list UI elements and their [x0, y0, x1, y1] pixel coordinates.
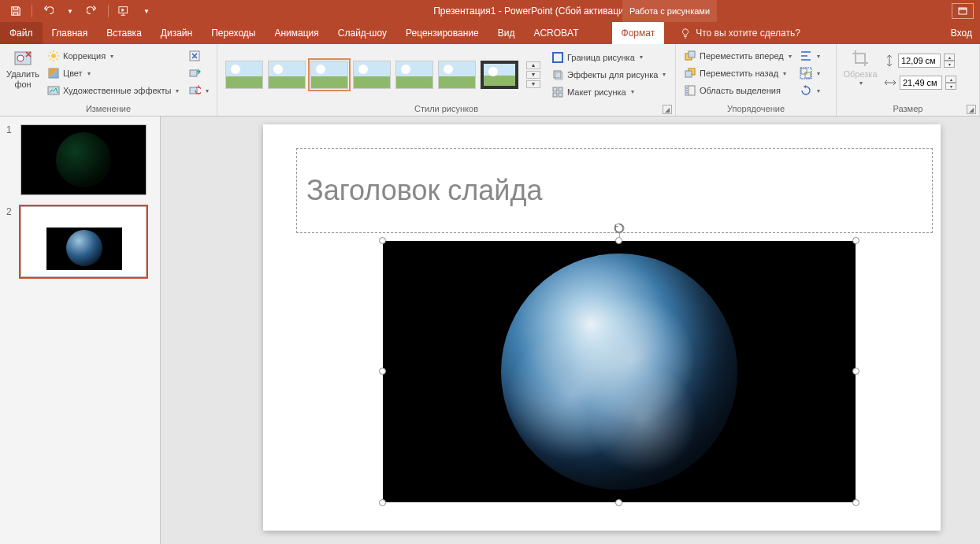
gallery-scroll-down[interactable]: ▾ — [526, 71, 540, 79]
undo-button[interactable] — [39, 2, 58, 20]
svg-rect-24 — [805, 72, 811, 78]
contextual-tab-group: Работа с рисунками — [622, 0, 717, 22]
remove-background-button[interactable]: Удалить фон — [5, 47, 41, 91]
group-label-size: Размер — [893, 104, 923, 113]
group-label-arrange: Упорядочение — [676, 102, 836, 116]
selected-picture[interactable] — [383, 241, 856, 502]
group-button[interactable]: ▾ — [796, 65, 823, 82]
save-button[interactable] — [6, 2, 25, 20]
style-thumb-6[interactable] — [438, 61, 476, 89]
tab-animations[interactable]: Анимация — [265, 22, 328, 44]
title-placeholder[interactable]: Заголовок слайда — [296, 148, 933, 233]
style-thumb-2[interactable] — [268, 61, 306, 89]
resize-handle-ne[interactable] — [852, 237, 859, 244]
rotate-button[interactable]: ▾ — [796, 82, 823, 99]
corrections-button[interactable]: Коррекция▾ — [44, 47, 182, 65]
resize-handle-sw[interactable] — [379, 499, 386, 506]
tab-insert[interactable]: Вставка — [97, 22, 151, 44]
rotation-handle[interactable] — [613, 222, 625, 235]
slide-thumbnail-1[interactable] — [20, 124, 147, 195]
svg-point-5 — [51, 54, 56, 58]
gallery-more[interactable]: ▾ — [526, 80, 540, 88]
crop-button[interactable]: Обрезка ▾ — [841, 47, 879, 89]
change-picture-button[interactable] — [185, 65, 212, 82]
svg-point-26 — [614, 224, 624, 233]
layout-icon — [551, 86, 564, 98]
start-from-beginning-button[interactable] — [115, 2, 134, 20]
picture-layout-button[interactable]: Макет рисунка▾ — [548, 83, 669, 101]
height-input[interactable] — [898, 54, 941, 68]
slide-number-1: 1 — [6, 124, 16, 195]
artistic-effects-button[interactable]: Художественные эффекты▾ — [44, 82, 182, 99]
gallery-scroll-up[interactable]: ▴ — [526, 61, 540, 69]
width-icon — [884, 77, 896, 88]
width-input[interactable] — [900, 76, 942, 90]
corrections-label: Коррекция — [63, 51, 106, 61]
resize-handle-e[interactable] — [852, 368, 859, 375]
tab-design[interactable]: Дизайн — [151, 22, 202, 44]
undo-dropdown[interactable]: ▼ — [61, 2, 80, 20]
tab-transitions[interactable]: Переходы — [202, 22, 265, 44]
tab-format[interactable]: Формат — [612, 22, 665, 44]
window-title: Презентация1 - PowerPoint (Сбой активаци… — [156, 6, 952, 17]
svg-rect-21 — [685, 71, 692, 77]
slide-editor[interactable]: Заголовок слайда — [161, 117, 980, 544]
style-thumb-7[interactable] — [481, 61, 518, 89]
selection-pane-label: Область выделения — [700, 86, 781, 95]
align-button[interactable]: ▾ — [796, 47, 823, 65]
redo-icon — [87, 6, 98, 17]
ribbon-display-options[interactable] — [952, 3, 974, 19]
svg-rect-7 — [48, 87, 59, 94]
height-icon — [884, 54, 895, 67]
style-thumb-1[interactable] — [225, 61, 263, 89]
forward-label: Переместить вперед — [700, 51, 784, 61]
send-backward-button[interactable]: Переместить назад▾ — [681, 65, 795, 82]
picture-border-button[interactable]: Граница рисунка▾ — [548, 49, 669, 66]
svg-rect-12 — [554, 71, 561, 78]
qat-customize[interactable]: ▼ — [137, 2, 156, 20]
selection-pane-icon — [684, 84, 696, 97]
tell-me-search[interactable]: Что вы хотите сделать? — [664, 22, 800, 44]
style-thumb-5[interactable] — [395, 61, 433, 89]
picture-effects-button[interactable]: Эффекты для рисунка▾ — [548, 66, 669, 83]
reset-picture-button[interactable]: ▾ — [185, 82, 212, 99]
color-button[interactable]: Цвет▾ — [44, 65, 182, 82]
resize-handle-nw[interactable] — [379, 237, 386, 244]
tab-acrobat[interactable]: ACROBAT — [524, 22, 588, 44]
lightbulb-icon — [680, 28, 691, 39]
ribbon-display-icon — [958, 7, 967, 15]
bring-forward-icon — [684, 50, 696, 62]
tab-home[interactable]: Главная — [43, 22, 98, 44]
selection-pane-button[interactable]: Область выделения — [681, 82, 795, 99]
signin-link[interactable]: Вход — [951, 28, 972, 39]
slide-thumbnails-pane[interactable]: 1 2 — [0, 117, 161, 544]
styles-launcher[interactable]: ◢ — [663, 105, 672, 114]
height-down[interactable]: ▾ — [944, 61, 955, 68]
compress-pictures-button[interactable] — [185, 47, 212, 65]
slide-canvas[interactable]: Заголовок слайда — [263, 124, 941, 531]
resize-handle-w[interactable] — [379, 368, 386, 375]
resize-handle-n[interactable] — [615, 237, 622, 244]
tab-review[interactable]: Рецензирование — [396, 22, 488, 44]
svg-rect-11 — [553, 53, 562, 62]
size-launcher[interactable]: ◢ — [967, 105, 976, 114]
tab-view[interactable]: Вид — [488, 22, 525, 44]
crop-label: Обрезка — [843, 69, 877, 80]
resize-handle-se[interactable] — [852, 499, 859, 506]
effects-label: Эффекты для рисунка — [567, 70, 658, 80]
style-thumb-3[interactable] — [310, 61, 348, 89]
color-icon — [47, 67, 60, 80]
slide-thumbnail-2[interactable] — [20, 206, 147, 277]
tab-slideshow[interactable]: Слайд-шоу — [329, 22, 396, 44]
resize-handle-s[interactable] — [615, 499, 622, 506]
width-down[interactable]: ▾ — [945, 83, 956, 90]
svg-rect-23 — [801, 68, 807, 74]
style-thumb-4[interactable] — [353, 61, 391, 89]
bring-forward-button[interactable]: Переместить вперед▾ — [681, 47, 795, 65]
width-up[interactable]: ▴ — [945, 76, 956, 83]
height-up[interactable]: ▴ — [944, 54, 955, 61]
redo-button[interactable] — [83, 2, 102, 20]
picture-styles-gallery[interactable]: ▴ ▾ ▾ — [222, 56, 544, 94]
tab-file[interactable]: Файл — [0, 22, 43, 44]
svg-rect-14 — [553, 87, 557, 91]
